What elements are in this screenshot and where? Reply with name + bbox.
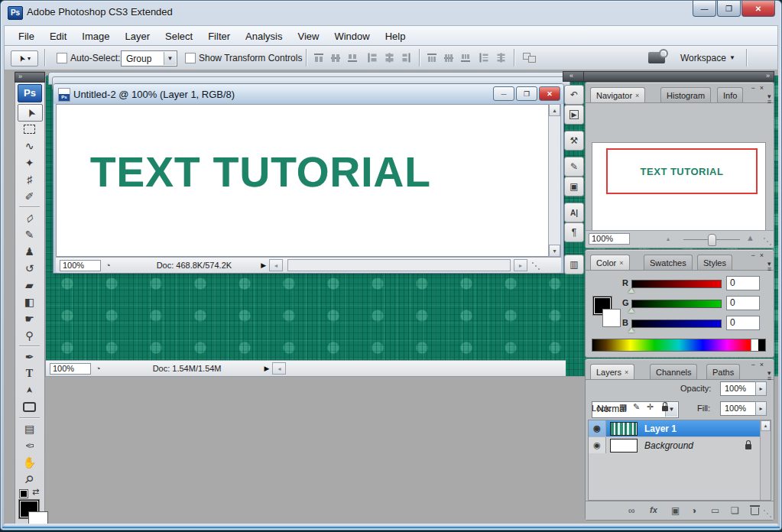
layer-row-layer1[interactable]: ◉ Layer 1 bbox=[589, 420, 761, 436]
distribute-top-edges-icon[interactable] bbox=[427, 53, 437, 63]
horizontal-scrollbar[interactable] bbox=[287, 259, 511, 271]
actions-panel-button[interactable]: ▶ bbox=[564, 105, 584, 125]
zoom-out-icon[interactable]: ▴ bbox=[667, 235, 670, 242]
add-layer-mask-icon[interactable]: ▣ bbox=[671, 505, 680, 516]
close-button[interactable]: ✕ bbox=[741, 1, 775, 17]
auto-select-dropdown[interactable]: Group ▼ bbox=[121, 50, 177, 66]
tab-navigator[interactable]: Navigator× bbox=[590, 87, 645, 102]
layer-row-background[interactable]: ◉ Background bbox=[589, 436, 761, 453]
doc-minimize-button[interactable]: — bbox=[493, 86, 514, 101]
align-horizontal-centers-icon[interactable] bbox=[385, 53, 394, 63]
blue-value-field[interactable]: 0 bbox=[726, 316, 760, 330]
background-color-swatch[interactable] bbox=[602, 309, 621, 327]
menu-help[interactable]: Help bbox=[378, 28, 414, 45]
menu-analysis[interactable]: Analysis bbox=[238, 28, 290, 45]
new-layer-icon[interactable]: ❏ bbox=[731, 505, 739, 516]
zoom-in-icon[interactable]: ▲ bbox=[746, 233, 754, 242]
align-top-edges-icon[interactable] bbox=[313, 53, 324, 63]
tab-channels[interactable]: Channels bbox=[650, 364, 697, 379]
layer-thumbnail[interactable] bbox=[610, 439, 638, 453]
character-panel-button[interactable]: A| bbox=[564, 203, 584, 222]
tab-color[interactable]: Color× bbox=[590, 255, 630, 270]
distribute-bottom-edges-icon[interactable] bbox=[460, 53, 471, 63]
lock-position-icon[interactable]: ✛ bbox=[647, 402, 654, 412]
tool-clone-stamp[interactable]: ♟ bbox=[18, 243, 41, 259]
tab-layers[interactable]: Layers× bbox=[590, 364, 634, 379]
tool-lasso[interactable]: ∿ bbox=[18, 138, 41, 154]
blue-slider[interactable] bbox=[631, 320, 722, 328]
menu-window[interactable]: Window bbox=[326, 28, 377, 45]
tab-histogram[interactable]: Histogram bbox=[660, 87, 711, 102]
tab-close-icon[interactable]: × bbox=[619, 259, 623, 267]
auto-align-layers-icon[interactable] bbox=[523, 53, 536, 63]
tool-move[interactable]: ➤ bbox=[18, 104, 43, 122]
auto-select-checkbox[interactable] bbox=[57, 53, 67, 63]
status-arrow-icon[interactable]: ▶ bbox=[261, 261, 266, 269]
fill-spinner[interactable]: ▸ bbox=[755, 401, 767, 416]
ps-logo-button[interactable]: Ps bbox=[18, 84, 42, 102]
doc-close-button[interactable]: ✕ bbox=[539, 86, 560, 101]
opacity-spinner[interactable]: ▸ bbox=[755, 381, 767, 396]
tab-close-icon[interactable]: × bbox=[635, 92, 639, 99]
menu-file[interactable]: File bbox=[11, 28, 42, 45]
navigator-zoom-field[interactable]: 100% bbox=[589, 233, 630, 245]
fill-field[interactable]: 100% bbox=[720, 401, 758, 416]
layer-list-scrollbar[interactable]: ▴ bbox=[760, 420, 771, 500]
distribute-left-edges-icon[interactable] bbox=[479, 53, 489, 63]
layer-style-icon[interactable]: fx bbox=[650, 505, 657, 514]
scroll-down-button[interactable]: ▾ bbox=[549, 245, 560, 257]
default-colors-icon[interactable] bbox=[20, 490, 28, 498]
tool-pen[interactable]: ✒ bbox=[18, 349, 41, 365]
tool-hand[interactable]: ✋ bbox=[18, 454, 41, 470]
delete-layer-icon[interactable] bbox=[751, 508, 759, 515]
white-swatch[interactable] bbox=[751, 339, 758, 351]
menu-layer[interactable]: Layer bbox=[118, 28, 158, 45]
menu-select[interactable]: Select bbox=[157, 28, 200, 45]
link-layers-icon[interactable]: ∞ bbox=[628, 505, 635, 516]
tool-zoom[interactable]: ⚲ bbox=[18, 471, 41, 487]
vertical-scrollbar[interactable]: ▴ ▾ bbox=[548, 104, 561, 257]
scroll-left-button[interactable]: ◂ bbox=[269, 259, 283, 271]
lock-all-icon[interactable] bbox=[662, 406, 668, 411]
tab-swatches[interactable]: Swatches bbox=[644, 255, 693, 270]
menu-view[interactable]: View bbox=[290, 28, 326, 45]
restore-button[interactable]: ❐ bbox=[717, 1, 741, 17]
red-slider[interactable] bbox=[631, 280, 722, 288]
tab-close-icon[interactable]: × bbox=[625, 368, 628, 376]
clone-source-panel-button[interactable]: ▣ bbox=[564, 177, 584, 196]
adjustment-layer-icon[interactable]: ◑ bbox=[691, 505, 696, 516]
navigator-view-box[interactable]: TEXT TUTORIAL bbox=[606, 148, 758, 194]
scroll-right-button[interactable]: ▸ bbox=[514, 259, 527, 271]
red-slider-thumb[interactable] bbox=[628, 288, 634, 293]
menu-edit[interactable]: Edit bbox=[42, 28, 74, 45]
tool-gradient[interactable]: ◧ bbox=[18, 294, 41, 310]
current-tool-chip[interactable]: ➤ ▾ bbox=[11, 50, 38, 66]
lock-paint-icon[interactable]: ✎ bbox=[633, 402, 640, 412]
tool-shape[interactable] bbox=[18, 399, 41, 415]
swap-colors-icon[interactable]: ⇄ bbox=[32, 487, 39, 497]
toolbox-header[interactable]: » bbox=[15, 72, 45, 83]
doc-zoom-field[interactable]: 100% bbox=[60, 260, 101, 271]
tool-magic-wand[interactable]: ✦ bbox=[18, 154, 41, 170]
brushes-panel-button[interactable]: ✎ bbox=[564, 157, 584, 177]
tab-info[interactable]: Info bbox=[717, 87, 743, 102]
navigator-slider-thumb[interactable] bbox=[708, 234, 716, 246]
workspace-caret-icon[interactable]: ▼ bbox=[729, 54, 735, 61]
history-panel-button[interactable]: ↶ bbox=[564, 85, 584, 105]
red-value-field[interactable]: 0 bbox=[726, 276, 760, 290]
scroll-left-button[interactable]: ◂ bbox=[272, 362, 286, 375]
layer-name[interactable]: Background bbox=[644, 440, 693, 451]
document-title-bar[interactable]: Untitled-2 @ 100% (Layer 1, RGB/8) — ❐ ✕ bbox=[54, 84, 563, 104]
tab-styles[interactable]: Styles bbox=[697, 255, 732, 270]
go-to-bridge-icon[interactable] bbox=[648, 52, 665, 63]
tool-slice[interactable]: ✐ bbox=[18, 188, 41, 204]
menu-image[interactable]: Image bbox=[74, 28, 117, 45]
new-group-icon[interactable]: ▭ bbox=[711, 505, 719, 516]
panel-resize-grip[interactable] bbox=[762, 508, 772, 518]
tool-dodge[interactable]: ⚲ bbox=[18, 327, 41, 343]
menu-filter[interactable]: Filter bbox=[200, 28, 238, 45]
panel-resize-grip[interactable] bbox=[762, 236, 772, 246]
tool-notes[interactable]: ▤ bbox=[18, 420, 41, 436]
tool-brush[interactable]: ✎ bbox=[18, 226, 41, 242]
distribute-horizontal-centers-icon[interactable] bbox=[496, 53, 506, 63]
